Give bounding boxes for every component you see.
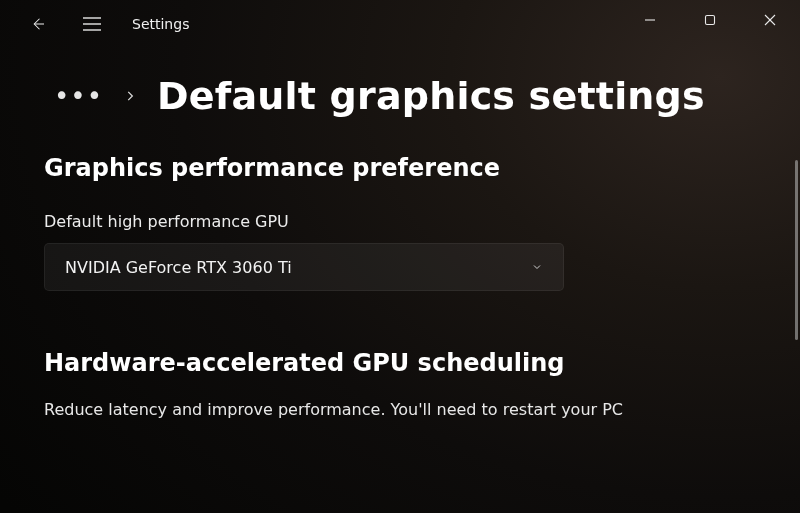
minimize-icon xyxy=(644,14,656,26)
back-button[interactable] xyxy=(18,4,58,44)
maximize-button[interactable] xyxy=(680,0,740,40)
section-heading-graphics-preference: Graphics performance preference xyxy=(44,154,756,182)
breadcrumb-ellipsis-button[interactable]: ••• xyxy=(44,83,103,109)
app-title: Settings xyxy=(132,16,189,32)
section-heading-gpu-scheduling: Hardware-accelerated GPU scheduling xyxy=(44,349,756,377)
close-button[interactable] xyxy=(740,0,800,40)
chevron-down-icon xyxy=(531,261,543,273)
maximize-icon xyxy=(704,14,716,26)
svg-rect-4 xyxy=(706,16,715,25)
window-controls xyxy=(620,0,800,40)
close-icon xyxy=(764,14,776,26)
section-description-gpu-scheduling: Reduce latency and improve performance. … xyxy=(44,399,756,421)
chevron-right-icon xyxy=(123,89,137,103)
content-area: ••• Default graphics settings Graphics p… xyxy=(0,48,800,513)
breadcrumb: ••• Default graphics settings xyxy=(44,74,756,118)
arrow-left-icon xyxy=(29,15,47,33)
minimize-button[interactable] xyxy=(620,0,680,40)
hamburger-icon xyxy=(83,17,101,31)
default-gpu-dropdown[interactable]: NVIDIA GeForce RTX 3060 Ti xyxy=(44,243,564,291)
dropdown-value: NVIDIA GeForce RTX 3060 Ti xyxy=(65,258,292,277)
page-title: Default graphics settings xyxy=(157,74,705,118)
nav-menu-button[interactable] xyxy=(72,4,112,44)
field-label-default-gpu: Default high performance GPU xyxy=(44,212,756,231)
scrollbar-thumb[interactable] xyxy=(795,160,798,340)
